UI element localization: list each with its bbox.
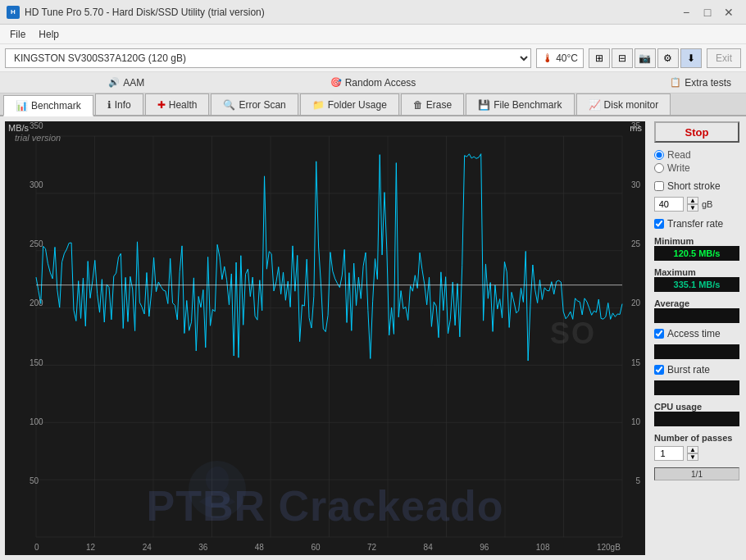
short-stroke-up[interactable]: ▲ (687, 197, 698, 204)
tab-error-scan-label: Error Scan (239, 99, 285, 111)
burst-rate-checkbox[interactable] (654, 365, 664, 375)
tab-disk-monitor[interactable]: 📈 Disk monitor (576, 93, 671, 115)
menu-file[interactable]: File (3, 27, 32, 42)
device-select[interactable]: KINGSTON SV300S37A120G (120 gB) (5, 48, 531, 68)
tab-health-label: Health (169, 99, 198, 111)
passes-up[interactable]: ▲ (687, 446, 698, 453)
icon-btn-1[interactable]: ⊞ (589, 48, 610, 68)
tab-random-access[interactable]: 🎯 Random Access (319, 74, 428, 92)
trial-watermark: trial version (15, 133, 61, 143)
close-button[interactable]: ✕ (718, 2, 739, 23)
file-benchmark-icon: 💾 (478, 99, 490, 111)
write-radio-row: Write (654, 162, 739, 174)
read-radio[interactable] (654, 150, 664, 160)
temperature-display: 🌡 40°C (536, 48, 584, 68)
benchmark-chart-area: MB/s ms trial version SO 350 300 250 200… (5, 121, 645, 555)
burst-rate-row: Burst rate (654, 364, 739, 376)
folder-icon: 📁 (312, 99, 325, 111)
app-icon: H (7, 6, 20, 19)
minimum-label: Minimum (654, 236, 739, 246)
menu-help[interactable]: Help (32, 27, 66, 42)
progress-bar: 1/1 (654, 467, 739, 480)
extra-tests-icon: 📋 (670, 77, 681, 88)
short-stroke-input[interactable] (654, 197, 684, 212)
tab-info-label: Info (115, 99, 131, 111)
tab-random-access-label: Random Access (345, 77, 416, 89)
tab-file-benchmark-label: File Benchmark (494, 99, 562, 111)
titlebar-left: H HD Tune Pro 5.70 - Hard Disk/SSD Utili… (7, 6, 265, 19)
minimize-button[interactable]: − (675, 2, 697, 23)
transfer-rate-row: Transfer rate (654, 218, 739, 230)
exit-button[interactable]: Exit (707, 48, 741, 68)
window-title: HD Tune Pro 5.70 - Hard Disk/SSD Utility… (25, 7, 265, 18)
devicebar: KINGSTON SV300S37A120G (120 gB) 🌡 40°C ⊞… (0, 44, 746, 72)
read-radio-row: Read (654, 149, 739, 161)
error-scan-icon: 🔍 (223, 99, 235, 111)
cpu-usage-label: CPU usage (654, 402, 739, 412)
icon-btn-camera[interactable]: 📷 (635, 48, 656, 68)
average-value (654, 308, 739, 323)
passes-down[interactable]: ▼ (687, 453, 698, 461)
transfer-rate-checkbox[interactable] (654, 219, 664, 229)
access-time-label: Access time (667, 328, 721, 339)
tab-benchmark[interactable]: 📊 Benchmark (3, 95, 93, 116)
feature-tabs-row: 🔊 AAM 🎯 Random Access 📋 Extra tests (0, 72, 746, 93)
passes-section: Number of passes ▲ ▼ (654, 431, 739, 461)
passes-label: Number of passes (654, 433, 739, 443)
titlebar: H HD Tune Pro 5.70 - Hard Disk/SSD Utili… (0, 0, 746, 25)
burst-rate-value (654, 380, 739, 395)
short-stroke-checkbox[interactable] (654, 181, 664, 191)
tab-erase[interactable]: 🗑 Erase (401, 93, 464, 115)
tab-extra-tests-label: Extra tests (685, 77, 731, 89)
short-stroke-row: Short stroke (654, 180, 739, 192)
content-area: MB/s ms trial version SO 350 300 250 200… (0, 116, 746, 560)
tab-benchmark-label: Benchmark (31, 100, 81, 112)
cpu-usage-section: CPU usage (654, 400, 739, 428)
tab-aam[interactable]: 🔊 AAM (97, 74, 156, 92)
progress-text: 1/1 (691, 470, 703, 479)
passes-input-row: ▲ ▼ (654, 446, 739, 461)
short-stroke-down[interactable]: ▼ (687, 204, 698, 212)
tab-info[interactable]: ℹ Info (95, 93, 143, 115)
maximize-button[interactable]: □ (697, 2, 718, 23)
benchmark-canvas (5, 121, 645, 555)
minimum-value: 120.5 MB/s (654, 246, 739, 261)
access-time-checkbox[interactable] (654, 329, 664, 339)
transfer-rate-label: Transfer rate (667, 218, 723, 230)
so-watermark: SO (550, 316, 596, 351)
icon-btn-settings[interactable]: ⚙ (657, 48, 679, 68)
write-radio[interactable] (654, 163, 664, 173)
tab-file-benchmark[interactable]: 💾 File Benchmark (466, 93, 574, 115)
average-label: Average (654, 298, 739, 308)
cpu-usage-value (654, 412, 739, 426)
maximum-value: 335.1 MB/s (654, 277, 739, 292)
health-icon: ✚ (157, 99, 166, 111)
random-access-icon: 🎯 (330, 77, 342, 88)
toolbar-icons: ⊞ ⊟ 📷 ⚙ ⬇ (589, 48, 702, 68)
benchmark-icon: 📊 (16, 100, 28, 112)
info-icon: ℹ (107, 99, 111, 111)
y-axis-label: MB/s (8, 123, 29, 133)
icon-btn-2[interactable]: ⊟ (612, 48, 633, 68)
access-time-row: Access time (654, 328, 739, 339)
read-label: Read (667, 149, 691, 161)
tab-extra-tests[interactable]: 📋 Extra tests (658, 74, 743, 92)
aam-icon: 🔊 (108, 77, 120, 88)
burst-rate-label: Burst rate (667, 364, 710, 376)
tab-error-scan[interactable]: 🔍 Error Scan (211, 93, 298, 115)
stop-button[interactable]: Stop (654, 121, 739, 143)
short-stroke-input-row: ▲ ▼ gB (654, 197, 739, 212)
passes-input[interactable] (654, 446, 684, 461)
disk-monitor-icon: 📈 (589, 99, 601, 111)
read-write-group: Read Write (654, 149, 739, 174)
tab-erase-label: Erase (426, 99, 452, 111)
tab-folder-usage[interactable]: 📁 Folder Usage (300, 93, 399, 115)
tab-folder-usage-label: Folder Usage (328, 99, 387, 111)
icon-btn-download[interactable]: ⬇ (680, 48, 702, 68)
short-stroke-label: Short stroke (667, 180, 721, 192)
write-label: Write (667, 162, 690, 174)
tab-aam-label: AAM (123, 77, 144, 89)
menubar: File Help (0, 25, 746, 44)
thermometer-icon: 🌡 (542, 52, 553, 65)
tab-health[interactable]: ✚ Health (145, 93, 210, 115)
